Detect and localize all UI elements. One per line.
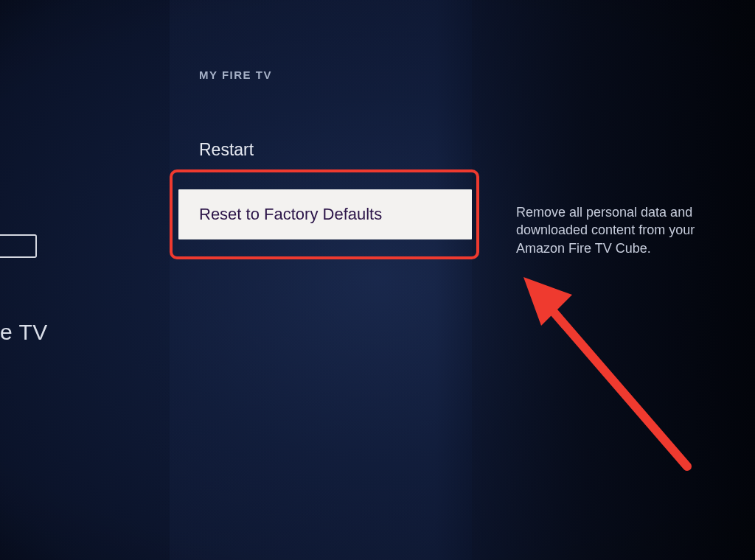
option-restart[interactable]: Restart — [199, 140, 254, 160]
section-heading: MY FIRE TV — [199, 69, 272, 81]
sidebar-item-my-fire-tv-partial[interactable]: e TV — [0, 320, 48, 345]
description-panel: Remove all personal data and downloaded … — [472, 0, 755, 560]
option-reset-to-factory-defaults[interactable]: Reset to Factory Defaults — [178, 189, 472, 239]
settings-options-column: MY FIRE TV Restart Reset to Factory Defa… — [170, 0, 472, 560]
left-nav-column: e TV — [0, 0, 170, 560]
left-selection-indicator — [0, 234, 37, 258]
fire-tv-settings-screen: e TV MY FIRE TV Restart Reset to Factory… — [0, 0, 755, 560]
option-description-text: Remove all personal data and downloaded … — [516, 203, 737, 257]
